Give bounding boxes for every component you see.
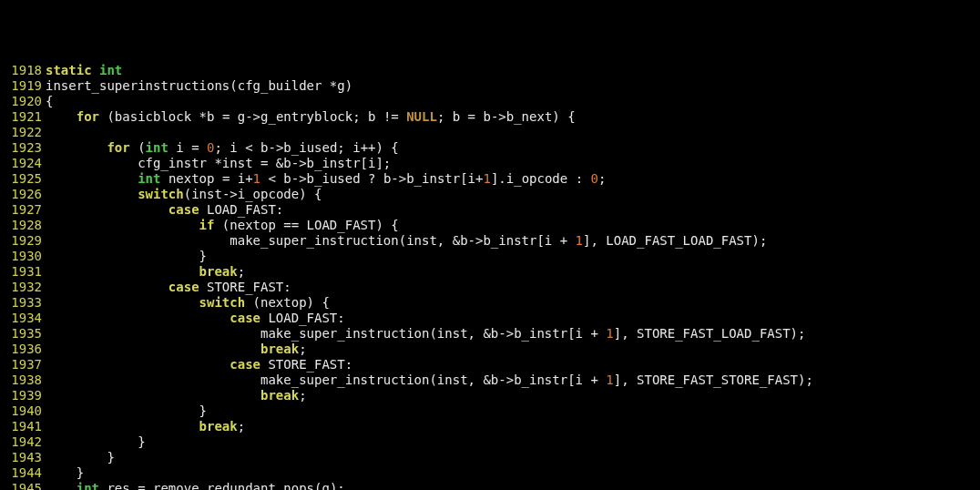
- code-token: make_super_instruction(inst, &b->b_instr…: [46, 233, 576, 248]
- code-token: < b->b_iused ? b->b_instr[i+: [260, 171, 483, 186]
- line-number: 1943: [0, 450, 46, 465]
- line-code: case LOAD_FAST:: [46, 202, 980, 218]
- code-token: STORE_FAST:: [199, 280, 291, 294]
- code-token: break: [260, 342, 299, 356]
- code-view: 1918static int1919insert_superinstructio…: [0, 62, 980, 490]
- code-token: int: [77, 481, 99, 490]
- line-number: 1945: [0, 481, 46, 490]
- code-token: [46, 280, 168, 294]
- line-code: insert_superinstructions(cfg_builder *g): [46, 78, 980, 94]
- line-code: make_super_instruction(inst, &b->b_instr…: [46, 233, 980, 249]
- code-token: i =: [168, 140, 207, 155]
- code-token: nextop = i+: [160, 171, 252, 186]
- line-number: 1922: [0, 125, 46, 140]
- code-token: ], STORE_FAST_STORE_FAST);: [614, 373, 813, 387]
- code-token: case: [230, 357, 260, 372]
- line-number: 1921: [0, 109, 46, 125]
- line-number: 1930: [0, 249, 46, 264]
- line-code: make_super_instruction(inst, &b->b_instr…: [46, 373, 980, 388]
- code-token: ], LOAD_FAST_LOAD_FAST);: [583, 233, 767, 248]
- code-token: [46, 187, 138, 201]
- line-number: 1925: [0, 171, 46, 187]
- code-token: insert_superinstructions(cfg_builder *g): [46, 78, 352, 93]
- code-token: 1: [483, 171, 490, 186]
- code-token: [46, 218, 199, 232]
- code-token: }: [46, 403, 207, 418]
- line-number: 1932: [0, 280, 46, 295]
- code-token: 0: [591, 171, 598, 186]
- code-token: [46, 388, 260, 403]
- code-token: (nextop) {: [245, 295, 330, 310]
- code-token: cfg_instr *inst = &b->b_instr[i];: [46, 156, 391, 170]
- code-line: 1936 break;: [0, 342, 980, 357]
- code-token: }: [46, 450, 115, 464]
- code-token: (inst->i_opcode) {: [184, 187, 322, 201]
- line-code: [46, 125, 980, 140]
- line-code: make_super_instruction(inst, &b->b_instr…: [46, 326, 980, 342]
- line-number: 1934: [0, 311, 46, 326]
- code-line: 1944 }: [0, 465, 980, 481]
- code-token: }: [46, 465, 84, 480]
- code-line: 1923 for (int i = 0; i < b->b_iused; i++…: [0, 140, 980, 156]
- line-number: 1944: [0, 465, 46, 481]
- line-number: 1929: [0, 233, 46, 249]
- code-token: ;: [238, 264, 245, 279]
- line-number: 1941: [0, 419, 46, 434]
- line-number: 1920: [0, 94, 46, 109]
- code-token: ;: [299, 388, 306, 403]
- code-line: 1919insert_superinstructions(cfg_builder…: [0, 78, 980, 94]
- line-code: }: [46, 434, 980, 450]
- code-line: 1925 int nextop = i+1 < b->b_iused ? b->…: [0, 171, 980, 187]
- line-code: if (nextop == LOAD_FAST) {: [46, 218, 980, 233]
- code-token: (nextop == LOAD_FAST) {: [214, 218, 398, 232]
- code-token: {: [46, 94, 53, 108]
- line-number: 1926: [0, 187, 46, 202]
- code-token: switch: [199, 295, 246, 310]
- code-line: 1942 }: [0, 434, 980, 450]
- line-code: case LOAD_FAST:: [46, 311, 980, 326]
- code-token: [46, 109, 77, 124]
- code-token: make_super_instruction(inst, &b->b_instr…: [46, 326, 606, 341]
- code-line: 1928 if (nextop == LOAD_FAST) {: [0, 218, 980, 233]
- code-token: case: [168, 280, 199, 294]
- code-line: 1930 }: [0, 249, 980, 264]
- code-token: [46, 342, 260, 356]
- line-number: 1919: [0, 78, 46, 94]
- code-line: 1945 int res = remove_redundant_nops(g);: [0, 481, 980, 490]
- code-token: 1: [606, 326, 613, 341]
- code-line: 1918static int: [0, 63, 980, 78]
- code-token: ;: [238, 419, 245, 434]
- line-code: case STORE_FAST:: [46, 280, 980, 295]
- line-code: for (basicblock *b = g->g_entryblock; b …: [46, 109, 980, 125]
- code-token: ], STORE_FAST_LOAD_FAST);: [614, 326, 806, 341]
- code-token: [46, 264, 199, 279]
- line-number: 1923: [0, 140, 46, 156]
- code-token: if: [199, 218, 215, 232]
- line-number: 1940: [0, 403, 46, 419]
- code-token: ].i_opcode :: [491, 171, 591, 186]
- code-token: }: [46, 434, 146, 449]
- code-line: 1929 make_super_instruction(inst, &b->b_…: [0, 233, 980, 249]
- code-token: [46, 357, 230, 372]
- code-line: 1924 cfg_instr *inst = &b->b_instr[i];: [0, 156, 980, 171]
- code-token: [46, 171, 138, 186]
- line-number: 1931: [0, 264, 46, 280]
- line-code: switch(inst->i_opcode) {: [46, 187, 980, 202]
- line-number: 1936: [0, 342, 46, 357]
- code-token: [46, 481, 77, 490]
- code-line: 1940 }: [0, 403, 980, 419]
- code-token: int: [138, 171, 160, 186]
- code-token: NULL: [406, 109, 437, 124]
- code-token: break: [199, 419, 238, 434]
- code-token: int: [146, 140, 168, 155]
- code-token: break: [260, 388, 299, 403]
- line-code: }: [46, 403, 980, 419]
- code-token: [46, 202, 168, 217]
- code-token: [92, 63, 99, 77]
- code-token: ;: [598, 171, 606, 186]
- line-code: static int: [46, 63, 980, 78]
- line-code: int nextop = i+1 < b->b_iused ? b->b_ins…: [46, 171, 980, 187]
- code-token: 1: [576, 233, 583, 248]
- code-token: (: [130, 140, 146, 155]
- code-token: 1: [606, 373, 613, 387]
